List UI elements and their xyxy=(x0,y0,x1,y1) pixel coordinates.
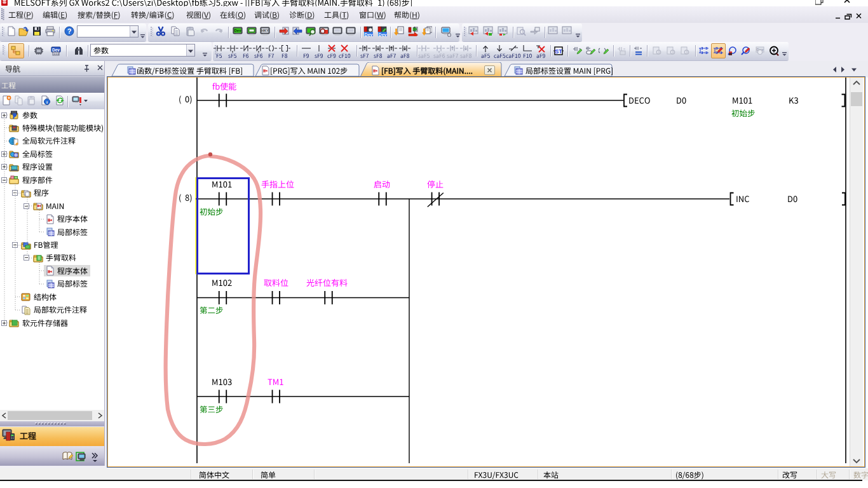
svg-text:Dev: Dev xyxy=(52,48,60,52)
svg-text:Dev: Dev xyxy=(234,29,241,32)
svg-text:Dev: Dev xyxy=(379,32,387,37)
svg-text:ST: ST xyxy=(555,48,562,55)
svg-text:HKY: HKY xyxy=(261,29,269,32)
svg-text:i: i xyxy=(46,100,48,105)
svg-text:Dev: Dev xyxy=(365,32,373,37)
svg-text:?: ? xyxy=(67,27,72,35)
